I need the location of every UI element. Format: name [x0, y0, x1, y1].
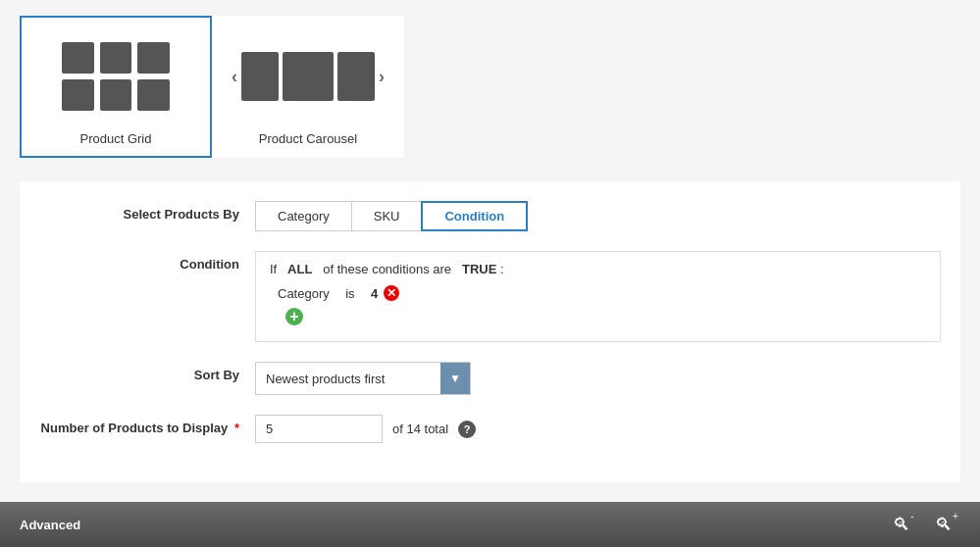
- select-products-btn-group: Category SKU Condition: [255, 201, 941, 231]
- sort-by-control: Newest products first ▼: [255, 362, 941, 395]
- select-products-by-control: Category SKU Condition: [255, 201, 941, 231]
- condition-header: If ALL of these conditions are TRUE :: [270, 262, 926, 276]
- condition-operator-text: is: [345, 286, 354, 301]
- carousel-right-arrow-icon: ›: [379, 67, 385, 87]
- condition-if-text: If: [270, 262, 277, 276]
- add-condition-button[interactable]: +: [285, 308, 303, 325]
- sort-by-dropdown-arrow-icon[interactable]: ▼: [440, 363, 470, 394]
- product-carousel-label: Product Carousel: [259, 131, 357, 146]
- product-grid-icon: [37, 27, 194, 125]
- num-products-control: of 14 total ?: [255, 415, 941, 443]
- condition-all-keyword: ALL: [287, 262, 312, 276]
- select-by-sku-button[interactable]: SKU: [351, 201, 423, 231]
- help-icon[interactable]: ?: [458, 421, 476, 438]
- select-products-by-row: Select Products By Category SKU Conditio…: [20, 201, 960, 231]
- select-products-by-label: Select Products By: [39, 201, 255, 222]
- of-total-text: of 14 total: [392, 422, 448, 436]
- condition-true-keyword: TRUE: [462, 262, 496, 276]
- select-by-category-button[interactable]: Category: [255, 201, 352, 231]
- required-asterisk: *: [234, 421, 239, 435]
- footer-zoom-controls: 🔍︎- 🔍︎+: [890, 511, 960, 538]
- add-condition-row: +: [270, 308, 926, 325]
- form-section: Select Products By Category SKU Conditio…: [20, 181, 960, 482]
- widget-type-product-grid[interactable]: Product Grid: [20, 16, 212, 158]
- product-carousel-icon: ‹ ›: [230, 27, 387, 125]
- condition-category-text: Category: [278, 286, 330, 301]
- sort-by-row: Sort By Newest products first ▼: [20, 362, 960, 395]
- sort-by-value: Newest products first: [256, 366, 440, 392]
- grid-cell: [137, 79, 170, 111]
- widget-type-product-carousel[interactable]: ‹ › Product Carousel: [212, 16, 404, 158]
- sort-by-select[interactable]: Newest products first ▼: [255, 362, 471, 395]
- condition-detail-row: Category is 4 ✕: [270, 284, 926, 302]
- footer-advanced-label: Advanced: [20, 518, 80, 532]
- remove-condition-icon: ✕: [384, 285, 399, 301]
- condition-control: If ALL of these conditions are TRUE : Ca…: [255, 251, 941, 342]
- grid-cell: [62, 79, 94, 111]
- sort-by-label: Sort By: [39, 362, 255, 382]
- condition-box: If ALL of these conditions are TRUE : Ca…: [255, 251, 941, 342]
- carousel-icon-visual: ‹ ›: [232, 52, 385, 101]
- select-by-condition-button[interactable]: Condition: [421, 201, 528, 231]
- grid-cell: [100, 42, 132, 74]
- grid-cell: [137, 42, 170, 74]
- number-input-row: of 14 total ?: [255, 415, 941, 443]
- product-grid-label: Product Grid: [80, 131, 152, 146]
- zoom-in-icon: 🔍︎+: [935, 515, 958, 535]
- grid-cell: [100, 79, 132, 111]
- zoom-out-button[interactable]: 🔍︎-: [890, 511, 917, 538]
- zoom-in-button[interactable]: 🔍︎+: [933, 511, 960, 538]
- num-products-row: Number of Products to Display * of 14 to…: [20, 415, 960, 443]
- num-products-input[interactable]: [255, 415, 383, 443]
- carousel-slide-active: [283, 52, 334, 101]
- widget-type-selector: Product Grid ‹ › Product Carousel: [20, 16, 960, 158]
- carousel-slide: [241, 52, 279, 101]
- carousel-left-arrow-icon: ‹: [232, 67, 237, 87]
- grid-cell: [62, 42, 94, 74]
- condition-suffix-text: of these conditions are: [323, 262, 451, 276]
- main-content: Product Grid ‹ › Product Carousel Sele: [0, 0, 980, 502]
- grid-icon-visual: [62, 42, 170, 111]
- footer-bar: Advanced 🔍︎- 🔍︎+: [0, 502, 980, 547]
- condition-colon: :: [500, 262, 504, 276]
- zoom-out-icon: 🔍︎-: [893, 515, 913, 535]
- carousel-slide: [337, 52, 375, 101]
- remove-condition-button[interactable]: ✕: [384, 285, 399, 301]
- condition-label: Condition: [39, 251, 255, 272]
- carousel-slides: [241, 52, 375, 101]
- num-products-label: Number of Products to Display *: [39, 415, 255, 435]
- condition-row: Condition If ALL of these conditions are…: [20, 251, 960, 342]
- add-condition-icon: +: [285, 308, 303, 325]
- condition-value-text: 4: [371, 286, 378, 301]
